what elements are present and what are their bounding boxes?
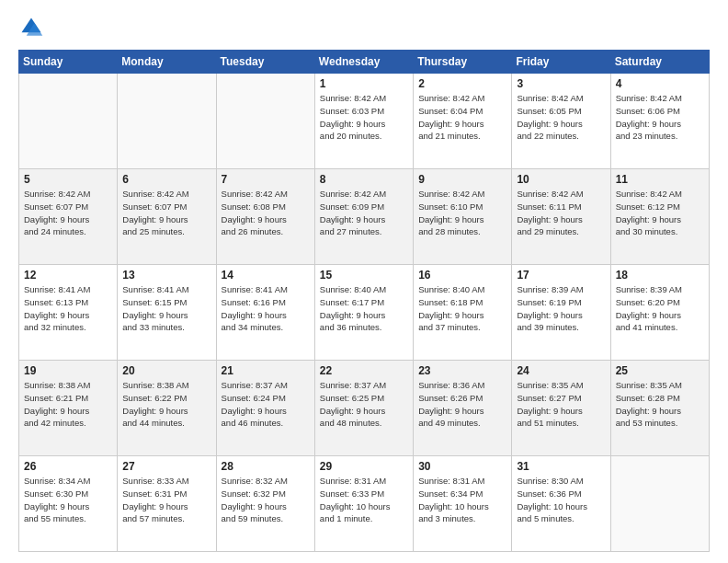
- calendar-cell: 12Sunrise: 8:41 AM Sunset: 6:13 PM Dayli…: [19, 265, 118, 361]
- calendar-cell: 26Sunrise: 8:34 AM Sunset: 6:30 PM Dayli…: [19, 456, 118, 552]
- calendar-cell: [19, 74, 118, 169]
- day-number: 2: [418, 77, 506, 90]
- calendar-cell: [216, 74, 314, 169]
- calendar-cell: 2Sunrise: 8:42 AM Sunset: 6:04 PM Daylig…: [414, 74, 512, 169]
- day-number: 9: [418, 173, 506, 186]
- day-detail: Sunrise: 8:42 AM Sunset: 6:07 PM Dayligh…: [24, 188, 112, 238]
- day-detail: Sunrise: 8:42 AM Sunset: 6:06 PM Dayligh…: [616, 92, 704, 143]
- calendar-cell: 29Sunrise: 8:31 AM Sunset: 6:33 PM Dayli…: [314, 456, 413, 552]
- calendar-cell: 4Sunrise: 8:42 AM Sunset: 6:06 PM Daylig…: [610, 74, 709, 169]
- calendar-cell: 13Sunrise: 8:41 AM Sunset: 6:15 PM Dayli…: [118, 265, 216, 361]
- weekday-header-monday: Monday: [118, 51, 216, 74]
- day-detail: Sunrise: 8:35 AM Sunset: 6:27 PM Dayligh…: [517, 379, 605, 430]
- day-detail: Sunrise: 8:38 AM Sunset: 6:21 PM Dayligh…: [24, 379, 112, 430]
- calendar-cell: 5Sunrise: 8:42 AM Sunset: 6:07 PM Daylig…: [19, 169, 118, 265]
- calendar-table: SundayMondayTuesdayWednesdayThursdayFrid…: [18, 50, 710, 552]
- day-number: 28: [222, 460, 310, 473]
- day-number: 12: [24, 269, 112, 282]
- day-number: 7: [222, 173, 310, 186]
- calendar-cell: 21Sunrise: 8:37 AM Sunset: 6:24 PM Dayli…: [216, 361, 314, 456]
- calendar-cell: 11Sunrise: 8:42 AM Sunset: 6:12 PM Dayli…: [610, 169, 709, 265]
- day-detail: Sunrise: 8:35 AM Sunset: 6:28 PM Dayligh…: [616, 379, 704, 430]
- calendar-cell: 1Sunrise: 8:42 AM Sunset: 6:03 PM Daylig…: [314, 74, 413, 169]
- day-detail: Sunrise: 8:34 AM Sunset: 6:30 PM Dayligh…: [24, 475, 112, 525]
- calendar-week-row: 26Sunrise: 8:34 AM Sunset: 6:30 PM Dayli…: [19, 456, 710, 552]
- weekday-header-friday: Friday: [512, 51, 610, 74]
- day-number: 8: [320, 173, 408, 186]
- day-number: 6: [122, 173, 210, 186]
- day-number: 22: [320, 364, 408, 377]
- calendar-cell: 14Sunrise: 8:41 AM Sunset: 6:16 PM Dayli…: [216, 265, 314, 361]
- day-number: 20: [122, 364, 210, 377]
- calendar-cell: 15Sunrise: 8:40 AM Sunset: 6:17 PM Dayli…: [314, 265, 413, 361]
- day-detail: Sunrise: 8:42 AM Sunset: 6:12 PM Dayligh…: [616, 188, 704, 238]
- weekday-header-wednesday: Wednesday: [314, 51, 413, 74]
- day-detail: Sunrise: 8:42 AM Sunset: 6:08 PM Dayligh…: [222, 188, 310, 238]
- day-detail: Sunrise: 8:41 AM Sunset: 6:15 PM Dayligh…: [122, 283, 210, 334]
- day-detail: Sunrise: 8:30 AM Sunset: 6:36 PM Dayligh…: [517, 475, 605, 525]
- calendar-week-row: 12Sunrise: 8:41 AM Sunset: 6:13 PM Dayli…: [19, 265, 710, 361]
- calendar-cell: [610, 456, 709, 552]
- calendar-cell: 9Sunrise: 8:42 AM Sunset: 6:10 PM Daylig…: [414, 169, 512, 265]
- day-number: 14: [222, 269, 310, 282]
- day-detail: Sunrise: 8:37 AM Sunset: 6:24 PM Dayligh…: [222, 379, 310, 430]
- calendar-cell: 10Sunrise: 8:42 AM Sunset: 6:11 PM Dayli…: [512, 169, 610, 265]
- day-number: 15: [320, 269, 408, 282]
- calendar-cell: 27Sunrise: 8:33 AM Sunset: 6:31 PM Dayli…: [118, 456, 216, 552]
- day-detail: Sunrise: 8:41 AM Sunset: 6:13 PM Dayligh…: [24, 283, 112, 334]
- day-number: 5: [24, 173, 112, 186]
- calendar-cell: 19Sunrise: 8:38 AM Sunset: 6:21 PM Dayli…: [19, 361, 118, 456]
- day-number: 31: [517, 460, 605, 473]
- calendar-week-row: 5Sunrise: 8:42 AM Sunset: 6:07 PM Daylig…: [19, 169, 710, 265]
- calendar-cell: 30Sunrise: 8:31 AM Sunset: 6:34 PM Dayli…: [414, 456, 512, 552]
- day-detail: Sunrise: 8:36 AM Sunset: 6:26 PM Dayligh…: [418, 379, 506, 430]
- calendar-cell: 20Sunrise: 8:38 AM Sunset: 6:22 PM Dayli…: [118, 361, 216, 456]
- day-number: 10: [517, 173, 605, 186]
- day-number: 19: [24, 364, 112, 377]
- calendar-cell: 7Sunrise: 8:42 AM Sunset: 6:08 PM Daylig…: [216, 169, 314, 265]
- day-detail: Sunrise: 8:40 AM Sunset: 6:17 PM Dayligh…: [320, 283, 408, 334]
- day-number: 17: [517, 269, 605, 282]
- day-detail: Sunrise: 8:42 AM Sunset: 6:09 PM Dayligh…: [320, 188, 408, 238]
- calendar-cell: 24Sunrise: 8:35 AM Sunset: 6:27 PM Dayli…: [512, 361, 610, 456]
- day-detail: Sunrise: 8:39 AM Sunset: 6:20 PM Dayligh…: [616, 283, 704, 334]
- logo-icon: [18, 15, 44, 40]
- weekday-header-tuesday: Tuesday: [216, 51, 314, 74]
- day-number: 27: [122, 460, 210, 473]
- calendar-cell: 23Sunrise: 8:36 AM Sunset: 6:26 PM Dayli…: [414, 361, 512, 456]
- day-number: 23: [418, 364, 506, 377]
- day-number: 1: [320, 77, 408, 90]
- weekday-header-thursday: Thursday: [414, 51, 512, 74]
- day-number: 11: [616, 173, 704, 186]
- day-detail: Sunrise: 8:42 AM Sunset: 6:05 PM Dayligh…: [517, 92, 605, 143]
- day-detail: Sunrise: 8:31 AM Sunset: 6:34 PM Dayligh…: [418, 475, 506, 525]
- calendar-week-row: 1Sunrise: 8:42 AM Sunset: 6:03 PM Daylig…: [19, 74, 710, 169]
- page: SundayMondayTuesdayWednesdayThursdayFrid…: [0, 0, 728, 563]
- day-detail: Sunrise: 8:42 AM Sunset: 6:03 PM Dayligh…: [320, 92, 408, 143]
- day-number: 25: [616, 364, 704, 377]
- calendar-cell: 25Sunrise: 8:35 AM Sunset: 6:28 PM Dayli…: [610, 361, 709, 456]
- day-detail: Sunrise: 8:42 AM Sunset: 6:11 PM Dayligh…: [517, 188, 605, 238]
- day-detail: Sunrise: 8:38 AM Sunset: 6:22 PM Dayligh…: [122, 379, 210, 430]
- day-detail: Sunrise: 8:42 AM Sunset: 6:04 PM Dayligh…: [418, 92, 506, 143]
- weekday-header-sunday: Sunday: [19, 51, 118, 74]
- calendar-cell: 22Sunrise: 8:37 AM Sunset: 6:25 PM Dayli…: [314, 361, 413, 456]
- day-number: 24: [517, 364, 605, 377]
- day-number: 21: [222, 364, 310, 377]
- weekday-header-row: SundayMondayTuesdayWednesdayThursdayFrid…: [19, 51, 710, 74]
- day-number: 13: [122, 269, 210, 282]
- day-detail: Sunrise: 8:32 AM Sunset: 6:32 PM Dayligh…: [222, 475, 310, 525]
- calendar-cell: 8Sunrise: 8:42 AM Sunset: 6:09 PM Daylig…: [314, 169, 413, 265]
- calendar-cell: 17Sunrise: 8:39 AM Sunset: 6:19 PM Dayli…: [512, 265, 610, 361]
- calendar-cell: 28Sunrise: 8:32 AM Sunset: 6:32 PM Dayli…: [216, 456, 314, 552]
- day-detail: Sunrise: 8:40 AM Sunset: 6:18 PM Dayligh…: [418, 283, 506, 334]
- day-number: 18: [616, 269, 704, 282]
- day-detail: Sunrise: 8:41 AM Sunset: 6:16 PM Dayligh…: [222, 283, 310, 334]
- calendar-cell: 31Sunrise: 8:30 AM Sunset: 6:36 PM Dayli…: [512, 456, 610, 552]
- day-number: 3: [517, 77, 605, 90]
- calendar-cell: [118, 74, 216, 169]
- day-number: 30: [418, 460, 506, 473]
- calendar-week-row: 19Sunrise: 8:38 AM Sunset: 6:21 PM Dayli…: [19, 361, 710, 456]
- day-number: 4: [616, 77, 704, 90]
- weekday-header-saturday: Saturday: [610, 51, 709, 74]
